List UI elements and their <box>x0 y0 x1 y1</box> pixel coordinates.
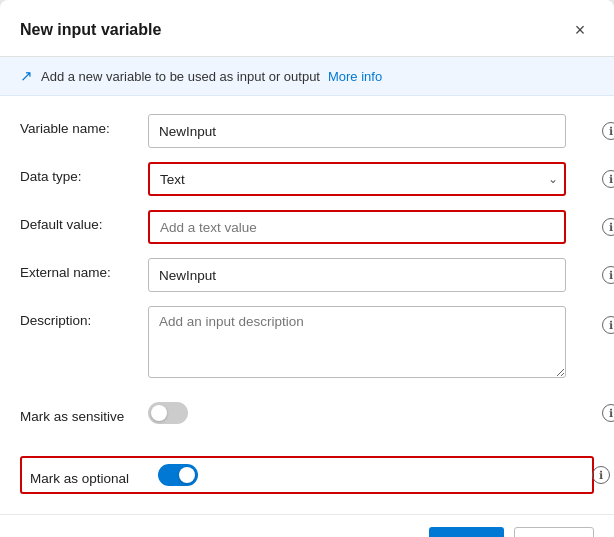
data-type-info-icon[interactable]: ℹ <box>602 170 614 188</box>
mark-optional-toggle-wrap <box>158 464 556 486</box>
variable-name-input[interactable] <box>148 114 566 148</box>
more-info-link[interactable]: More info <box>328 69 382 84</box>
default-value-row: Default value: ℹ <box>20 210 594 244</box>
mark-sensitive-row: Mark as sensitive ℹ <box>20 396 594 430</box>
save-button[interactable]: Save <box>429 527 504 537</box>
external-name-row: External name: ℹ <box>20 258 594 292</box>
default-value-info-icon[interactable]: ℹ <box>602 218 614 236</box>
info-bar-text: Add a new variable to be used as input o… <box>41 69 320 84</box>
mark-sensitive-control: ℹ <box>148 402 594 424</box>
data-type-select-wrapper: Text Number Boolean List DataTable DateT… <box>148 162 566 196</box>
mark-sensitive-info-icon[interactable]: ℹ <box>602 404 614 422</box>
data-type-row: Data type: Text Number Boolean List Data… <box>20 162 594 196</box>
external-name-info-icon[interactable]: ℹ <box>602 266 614 284</box>
mark-optional-toggle[interactable] <box>158 464 198 486</box>
new-input-variable-dialog: New input variable × ↗ Add a new variabl… <box>0 0 614 537</box>
description-textarea[interactable] <box>148 306 566 378</box>
default-value-input[interactable] <box>148 210 566 244</box>
data-type-select[interactable]: Text Number Boolean List DataTable DateT… <box>148 162 566 196</box>
dialog-header: New input variable × <box>0 0 614 57</box>
external-name-label: External name: <box>20 258 148 280</box>
default-value-control: ℹ <box>148 210 594 244</box>
upload-icon: ↗ <box>20 67 33 85</box>
external-name-control: ℹ <box>148 258 594 292</box>
mark-sensitive-label: Mark as sensitive <box>20 402 148 424</box>
mark-optional-control: ℹ <box>158 464 584 486</box>
external-name-input[interactable] <box>148 258 566 292</box>
description-label: Description: <box>20 306 148 328</box>
close-button[interactable]: × <box>566 16 594 44</box>
mark-optional-thumb <box>179 467 195 483</box>
info-bar: ↗ Add a new variable to be used as input… <box>0 57 614 96</box>
form-body: Variable name: ℹ Data type: Text Number … <box>0 96 614 456</box>
default-value-label: Default value: <box>20 210 148 232</box>
description-control: ℹ <box>148 306 594 382</box>
mark-optional-row: Mark as optional ℹ <box>20 456 594 494</box>
mark-sensitive-toggle[interactable] <box>148 402 188 424</box>
variable-name-info-icon[interactable]: ℹ <box>602 122 614 140</box>
description-row: Description: ℹ <box>20 306 594 382</box>
variable-name-control: ℹ <box>148 114 594 148</box>
data-type-control: Text Number Boolean List DataTable DateT… <box>148 162 594 196</box>
mark-optional-section: Mark as optional ℹ <box>0 456 614 514</box>
mark-optional-label: Mark as optional <box>30 464 158 486</box>
dialog-footer: Save Cancel <box>0 514 614 537</box>
mark-sensitive-toggle-wrap <box>148 402 566 424</box>
mark-optional-info-icon[interactable]: ℹ <box>592 466 610 484</box>
description-info-icon[interactable]: ℹ <box>602 316 614 334</box>
variable-name-row: Variable name: ℹ <box>20 114 594 148</box>
data-type-label: Data type: <box>20 162 148 184</box>
variable-name-label: Variable name: <box>20 114 148 136</box>
mark-sensitive-thumb <box>151 405 167 421</box>
dialog-title: New input variable <box>20 21 161 39</box>
cancel-button[interactable]: Cancel <box>514 527 594 537</box>
